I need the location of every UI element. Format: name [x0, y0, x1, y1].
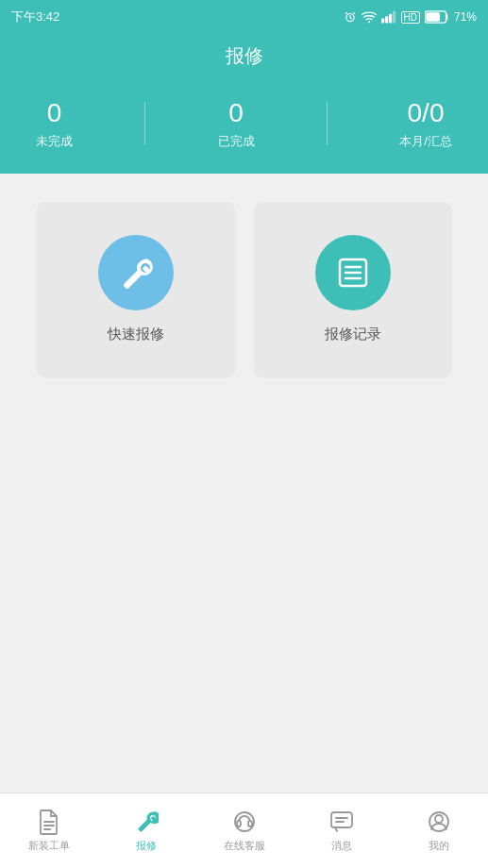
stat-incomplete-label: 未完成 — [36, 133, 73, 150]
chat-icon — [328, 809, 355, 835]
page-title: 报修 — [0, 43, 488, 69]
stat-incomplete-number: 0 — [47, 97, 62, 129]
signal-icon — [381, 10, 396, 24]
nav-repair[interactable]: 报修 — [97, 809, 194, 853]
wrench-icon — [115, 252, 157, 293]
nav-online-service[interactable]: 在线客服 — [195, 809, 293, 853]
stat-complete-number: 0 — [228, 97, 244, 129]
content-spacer — [0, 405, 488, 688]
svg-point-1 — [368, 21, 370, 23]
status-icons: HD 71% — [344, 10, 477, 24]
svg-rect-3 — [385, 16, 388, 23]
stat-complete-label: 已完成 — [218, 133, 255, 150]
list-icon — [332, 252, 374, 293]
main-content: 快速报修 报修记录 — [0, 174, 488, 405]
repair-wrench-icon — [133, 809, 160, 835]
stat-divider-2 — [327, 102, 328, 145]
stat-monthly-label: 本月/汇总 — [399, 133, 452, 150]
nav-messages-label: 消息 — [331, 839, 352, 853]
repair-records-icon-circle — [315, 235, 391, 310]
repair-records-label: 报修记录 — [325, 326, 381, 343]
stats-row: 0 未完成 0 已完成 0/0 本月/汇总 — [0, 88, 488, 174]
nav-repair-label: 报修 — [136, 839, 157, 853]
battery-icon — [425, 10, 449, 24]
svg-rect-7 — [426, 12, 440, 22]
bottom-nav: 新装工单 报修 在线客服 — [0, 793, 488, 868]
status-time: 下午3:42 — [11, 8, 59, 25]
nav-messages[interactable]: 消息 — [293, 809, 390, 853]
battery-percent: 71% — [454, 10, 477, 24]
hd-badge: HD — [401, 11, 420, 24]
wifi-icon — [362, 10, 377, 24]
document-icon — [36, 809, 62, 835]
quick-repair-card[interactable]: 快速报修 — [37, 202, 235, 376]
quick-repair-label: 快速报修 — [108, 326, 164, 343]
stat-complete: 0 已完成 — [218, 97, 255, 150]
svg-rect-4 — [389, 14, 392, 24]
svg-rect-18 — [331, 812, 352, 827]
nav-new-install[interactable]: 新装工单 — [0, 809, 97, 853]
status-bar: 下午3:42 HD 71% — [0, 0, 488, 34]
nav-profile[interactable]: 我的 — [391, 809, 488, 853]
stat-divider-1 — [144, 102, 145, 145]
svg-rect-2 — [381, 19, 384, 24]
nav-new-install-label: 新装工单 — [28, 839, 70, 853]
header: 报修 — [0, 34, 488, 88]
nav-profile-label: 我的 — [429, 839, 449, 853]
stat-incomplete: 0 未完成 — [36, 97, 73, 150]
stat-monthly-number: 0/0 — [408, 97, 445, 129]
repair-records-card[interactable]: 报修记录 — [254, 202, 452, 376]
alarm-icon — [344, 10, 357, 24]
svg-rect-5 — [393, 11, 395, 24]
svg-point-22 — [435, 815, 443, 823]
headset-icon — [231, 809, 258, 835]
user-icon — [426, 809, 452, 835]
stat-monthly: 0/0 本月/汇总 — [399, 97, 452, 150]
quick-repair-icon-circle — [98, 235, 174, 310]
nav-online-service-label: 在线客服 — [224, 839, 265, 853]
